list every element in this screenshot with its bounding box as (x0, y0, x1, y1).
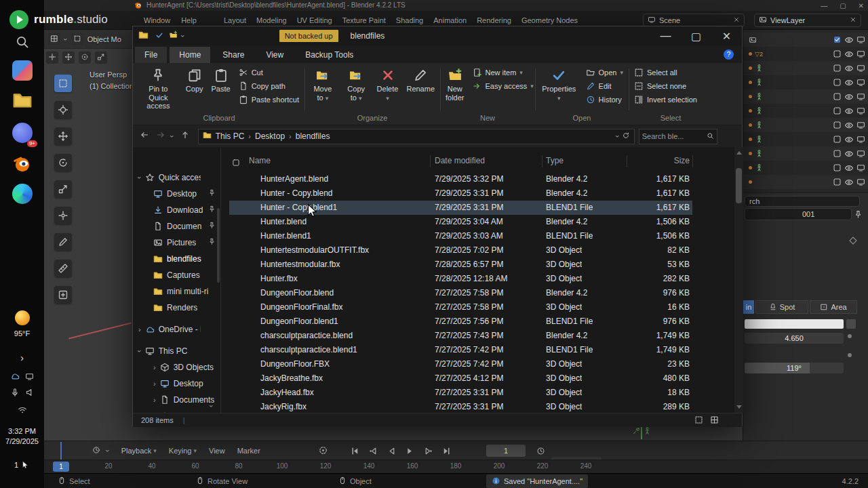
auto-keyframe-button[interactable] (318, 445, 328, 458)
workspace-tab-uv-editing[interactable]: UV Editing (297, 16, 332, 24)
scroll-thumb[interactable] (736, 168, 742, 203)
outliner-row[interactable] (743, 132, 868, 146)
timeline-ruler[interactable]: 20406080100120140160180200220240 1 (44, 460, 868, 473)
explorer-close-button[interactable]: ✕ (711, 26, 742, 45)
outliner-row[interactable] (743, 161, 868, 175)
taskbar-app-blender[interactable] (0, 152, 44, 176)
outliner-row[interactable] (743, 89, 868, 104)
nav-scrollbar[interactable] (217, 208, 220, 283)
address-dropdown-chevron[interactable]: › (614, 135, 622, 138)
ribbon-tab-backup-tools[interactable]: Backup Tools (296, 47, 363, 63)
ribbon-button-copy[interactable]: Copy (182, 66, 207, 96)
forward-button[interactable] (156, 130, 165, 142)
help-icon[interactable]: ? (724, 49, 734, 60)
blender-menu-window[interactable]: Window (144, 16, 170, 24)
editor-type-button[interactable] (48, 33, 60, 45)
ribbon-button-new-folder[interactable]: New folder (442, 66, 468, 104)
timeline-menu-playback[interactable]: Playback▾ (121, 447, 157, 455)
file-row-dungeonfloor-blend[interactable]: DungeonFloor.blend7/27/2025 7:58 PMBlend… (229, 286, 692, 300)
notification-area[interactable]: 1 (0, 460, 44, 470)
taskbar-app-paint-app[interactable] (0, 58, 44, 83)
ribbon-button-select-all[interactable]: Select all (631, 66, 701, 79)
keyframe-diamond-icon[interactable] (849, 237, 856, 244)
file-row-hunter-blend1[interactable]: Hunter.blend17/29/2025 3:03 AMBLEND1 Fil… (229, 229, 692, 243)
jump-end-button[interactable] (439, 444, 453, 458)
scene-selector[interactable]: Scene (643, 14, 745, 27)
nav-item-3d-objects[interactable]: ›3D Objects (133, 361, 221, 374)
column-header-name[interactable]: Name (249, 156, 271, 165)
light-color-swatch[interactable] (745, 319, 844, 329)
timeline-menu-marker[interactable]: Marker (237, 447, 260, 455)
ribbon-button-paste-shortcut[interactable]: Paste shortcut (235, 93, 302, 106)
file-row-hunter-copy-blend1[interactable]: Hunter - Copy.blend17/29/2025 3:31 PMBLE… (229, 201, 692, 215)
nav-item-mini-multi-ri[interactable]: mini multi-ri (133, 285, 221, 298)
light-type-spot[interactable]: Spot (755, 300, 808, 314)
ribbon-button-invert-selection[interactable]: Invert selection (631, 93, 701, 106)
light-type-area[interactable]: Area (810, 300, 857, 314)
orientation-icon[interactable] (46, 52, 58, 64)
explorer-titlebar[interactable]: › Not backed up blendfiles — ▢ ✕ (133, 26, 742, 45)
blender-tool-scale[interactable] (54, 180, 72, 198)
ribbon-button-delete[interactable]: Delete ▾ (374, 66, 402, 104)
column-header-date[interactable]: Date modified (435, 156, 485, 165)
nav-item-desktop[interactable]: ›Desktop (133, 377, 221, 390)
blender-menu-help[interactable]: Help (181, 16, 197, 24)
network-tray-icon[interactable] (18, 405, 27, 418)
taskbar-app-discord[interactable]: 9+ (0, 121, 44, 145)
file-row-huntertestmodular-fbx[interactable]: Huntertestmodular.fbx7/28/2025 6:57 PM3D… (229, 258, 692, 272)
nav-chevron[interactable]: › (138, 325, 141, 333)
ribbon-button-properties[interactable]: Properties ▾ (537, 66, 581, 104)
breadcrumb-item-this-pc[interactable]: This PC (216, 131, 245, 141)
play-reverse-button[interactable] (384, 444, 398, 458)
overlays-icon[interactable] (95, 52, 107, 64)
qat-new-folder-icon[interactable] (169, 30, 178, 42)
ribbon-button-pin-to-quick-access[interactable]: Pin to Quick access (136, 66, 181, 113)
file-row-dungeonfloor-fbx[interactable]: DungeonFloor.FBX7/27/2025 7:42 PM3D Obje… (229, 357, 692, 371)
ribbon-button-rename[interactable]: Rename (403, 66, 438, 96)
file-row-huntertestmodularoutfit-fbx[interactable]: HuntertestmodularOUTFIT.fbx7/28/2025 7:0… (229, 243, 692, 258)
scroll-down-arrow[interactable] (736, 405, 742, 410)
light-angle-slider[interactable]: 119° (745, 363, 844, 373)
timeline-editor-icon[interactable] (90, 445, 102, 457)
jump-start-button[interactable] (348, 444, 361, 458)
column-header-type[interactable]: Type (546, 156, 564, 165)
nav-chevron[interactable]: › (153, 396, 156, 404)
outliner-row[interactable] (743, 118, 868, 132)
datablock-name-field[interactable]: 001 (745, 208, 852, 220)
scene-clear-icon[interactable] (733, 16, 740, 24)
viewlayer-selector[interactable]: ViewLayer (754, 14, 861, 27)
ribbon-button-copy-path[interactable]: Copy path (235, 79, 302, 93)
header-checkbox[interactable] (232, 157, 240, 169)
nav-item-desktop[interactable]: Desktop (133, 187, 221, 201)
nav-item-this-pc[interactable]: ›This PC (133, 344, 221, 358)
proportional-icon[interactable] (79, 52, 91, 64)
file-row-charsculptparactice-blend[interactable]: charsculptparactice.blend7/27/2025 7:43 … (229, 329, 692, 343)
prev-keyframe-button[interactable] (366, 444, 380, 458)
mode-selector[interactable]: Object Mo (87, 35, 121, 43)
current-frame-field[interactable]: 1 (486, 445, 526, 457)
anim-dot-icon[interactable] (848, 334, 852, 338)
scroll-up-arrow[interactable] (736, 150, 742, 155)
nav-chevron[interactable]: › (153, 380, 156, 388)
file-row-jackyhead-fbx[interactable]: JackyHead.fbx7/27/2025 3:31 PM3D Object1… (229, 386, 692, 400)
outliner-row[interactable] (743, 104, 868, 118)
ribbon-button-select-none[interactable]: Select none (631, 79, 701, 93)
explorer-minimize-button[interactable]: — (650, 26, 681, 45)
breadcrumb-item-desktop[interactable]: Desktop (255, 131, 285, 141)
blender-maximize-button[interactable]: ▢ (840, 2, 846, 9)
microphone-tray-icon[interactable] (10, 388, 20, 400)
outliner-row[interactable] (743, 175, 868, 189)
blender-minimize-button[interactable]: — (821, 2, 827, 9)
snap-icon[interactable] (62, 52, 75, 64)
up-button[interactable] (180, 130, 190, 142)
next-keyframe-button[interactable] (421, 444, 435, 458)
ribbon-tab-view[interactable]: View (256, 47, 293, 63)
blender-tool-annotate[interactable] (54, 233, 72, 251)
nav-chevron[interactable]: › (153, 363, 156, 371)
nav-item-renders[interactable]: Renders (133, 301, 221, 314)
blender-tool-move[interactable] (54, 127, 72, 145)
nav-item-download[interactable]: Download (133, 203, 221, 217)
display-tray-icon[interactable] (25, 371, 34, 384)
pin-icon[interactable] (854, 209, 863, 222)
ribbon-button-copy-to[interactable]: Copy to ▾ (340, 66, 372, 104)
